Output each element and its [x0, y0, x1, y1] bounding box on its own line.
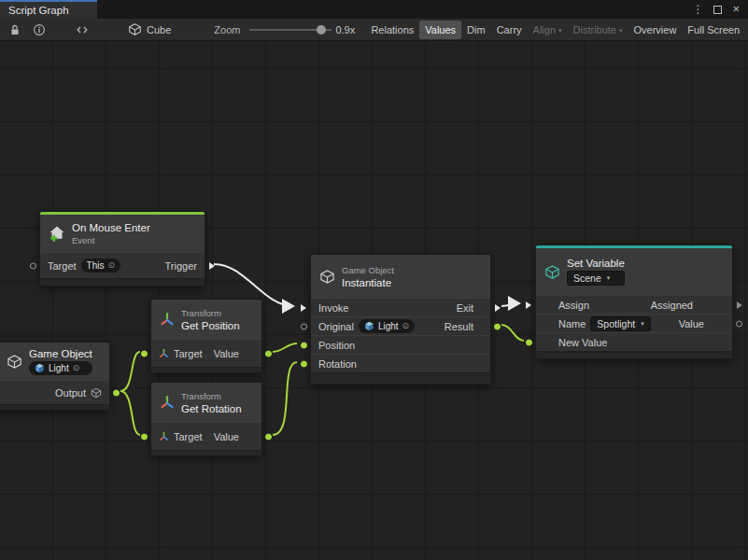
- wire-exit-to-assign: [501, 303, 519, 306]
- close-icon[interactable]: ×: [732, 5, 740, 14]
- original-object-value: Light: [378, 320, 399, 332]
- value-label: Value: [214, 431, 239, 442]
- zoom-slider-handle[interactable]: [317, 25, 326, 35]
- position-input-port[interactable]: [301, 342, 307, 348]
- relations-button[interactable]: Relations: [365, 21, 419, 39]
- node-set-variable[interactable]: Set Variable Scene ▾ Assign Assigned Nam…: [535, 245, 733, 359]
- chevron-down-icon: ▾: [641, 320, 644, 328]
- value-output-port[interactable]: [265, 433, 272, 440]
- full-screen-button[interactable]: Full Screen: [682, 21, 745, 39]
- target-label: Target: [48, 260, 77, 272]
- node-title: Instantiate: [342, 277, 394, 288]
- node-footer: [0, 404, 109, 410]
- assigned-output-port[interactable]: [737, 301, 742, 309]
- node-get-rotation[interactable]: Transform Get Rotation Target Value: [150, 382, 262, 456]
- variable-scope-dropdown[interactable]: Scene ▾: [567, 271, 625, 286]
- values-button[interactable]: Values: [419, 21, 461, 39]
- node-on-mouse-enter[interactable]: On Mouse Enter Event Target This ⊙ Trigg…: [39, 211, 205, 287]
- value-label: Value: [679, 318, 704, 329]
- code-icon[interactable]: [74, 21, 91, 38]
- object-picker-icon[interactable]: ⊙: [402, 320, 410, 332]
- node-title: On Mouse Enter: [72, 222, 150, 233]
- graph-canvas[interactable]: On Mouse Enter Event Target This ⊙ Trigg…: [0, 41, 748, 560]
- maximize-icon[interactable]: [713, 6, 722, 14]
- lock-icon[interactable]: [7, 21, 23, 38]
- rotation-input-port[interactable]: [301, 360, 307, 367]
- align-button[interactable]: Align▾: [528, 21, 568, 39]
- distribute-button[interactable]: Distribute▾: [568, 21, 628, 39]
- target-label: Target: [174, 348, 203, 359]
- result-label: Result: [445, 321, 473, 332]
- tab-script-graph[interactable]: Script Graph: [0, 0, 97, 19]
- node-footer: [151, 450, 261, 455]
- variable-icon: [544, 264, 560, 280]
- value-output-port[interactable]: [736, 320, 742, 327]
- wire-result-to-new-value: [501, 325, 524, 341]
- variable-scope-value: Scene: [573, 273, 601, 284]
- overview-button[interactable]: Overview: [628, 21, 683, 39]
- node-instantiate[interactable]: Game Object Instantiate Invoke Exit Orig…: [310, 254, 491, 385]
- node-category: Game Object: [342, 265, 394, 275]
- invoke-input-port[interactable]: [301, 304, 306, 312]
- assign-input-port[interactable]: [526, 301, 531, 309]
- toolbar-buttons: Relations Values Dim Carry Align▾ Distri…: [365, 21, 745, 39]
- node-title: Game Object: [29, 348, 92, 359]
- object-picker-icon[interactable]: ⊙: [73, 362, 80, 374]
- target-input-port[interactable]: [141, 350, 148, 357]
- new-value-label: New Value: [558, 337, 607, 348]
- graph-context-label: Cube: [147, 24, 171, 35]
- wire-output-to-getposition-target: [120, 352, 140, 391]
- wire-rotation-value-to-instantiate: [273, 362, 297, 435]
- name-label: Name: [558, 318, 586, 329]
- new-value-input-port[interactable]: [526, 339, 532, 345]
- carry-button[interactable]: Carry: [491, 21, 528, 39]
- node-title: Get Rotation: [181, 403, 242, 414]
- transform-icon: [160, 312, 175, 327]
- target-input-port[interactable]: [141, 433, 148, 440]
- wire-position-value-to-instantiate: [273, 343, 297, 352]
- window-controls: ⋮ ×: [692, 0, 748, 19]
- zoom-label: Zoom: [214, 24, 240, 35]
- node-footer: [151, 367, 261, 372]
- original-input-port[interactable]: [301, 323, 307, 329]
- node-light-game-object[interactable]: Game Object Light ⊙ Output: [0, 342, 110, 411]
- kebab-menu-icon[interactable]: ⋮: [692, 3, 703, 16]
- node-category: Transform: [181, 308, 240, 318]
- target-object-value: This: [87, 259, 105, 272]
- game-object-mini-icon: [91, 387, 102, 399]
- target-input-port[interactable]: [30, 262, 36, 269]
- variable-name-value: Spotlight: [597, 318, 635, 329]
- light-object-value: Light: [49, 362, 69, 374]
- object-picker-icon[interactable]: ⊙: [107, 259, 115, 272]
- zoom-value: 0.9x: [335, 24, 355, 35]
- node-title: Get Position: [181, 320, 240, 331]
- variable-name-dropdown[interactable]: Spotlight ▾: [590, 316, 650, 331]
- window-tab-bar: Script Graph ⋮ ×: [0, 0, 748, 19]
- info-icon[interactable]: [31, 21, 48, 38]
- value-output-port[interactable]: [265, 350, 272, 357]
- node-footer: [311, 372, 490, 384]
- node-subtitle: Event: [72, 235, 150, 245]
- output-port[interactable]: [113, 389, 120, 396]
- target-object-field[interactable]: This ⊙: [81, 259, 120, 273]
- chevron-down-icon: ▾: [619, 27, 623, 34]
- wire-output-to-getrotation-target: [120, 391, 140, 435]
- node-get-position[interactable]: Transform Get Position Target Value: [150, 299, 262, 373]
- invoke-label: Invoke: [318, 302, 348, 314]
- cube-icon: [128, 22, 142, 36]
- game-object-icon: [35, 363, 45, 373]
- chevron-down-icon: ▾: [607, 274, 611, 282]
- node-footer: [40, 278, 205, 286]
- exit-output-port[interactable]: [495, 304, 501, 312]
- result-output-port[interactable]: [494, 323, 501, 329]
- game-object-cube-icon: [319, 269, 335, 285]
- target-label: Target: [174, 431, 203, 442]
- graph-context-selector[interactable]: Cube: [128, 22, 171, 36]
- trigger-output-port[interactable]: [209, 262, 215, 270]
- light-object-field[interactable]: Light ⊙: [29, 361, 92, 375]
- zoom-slider[interactable]: [249, 29, 332, 31]
- dim-button[interactable]: Dim: [461, 21, 491, 39]
- original-object-field[interactable]: Light ⊙: [359, 319, 415, 333]
- transform-mini-icon: [159, 431, 169, 441]
- node-title: Set Variable: [567, 258, 625, 269]
